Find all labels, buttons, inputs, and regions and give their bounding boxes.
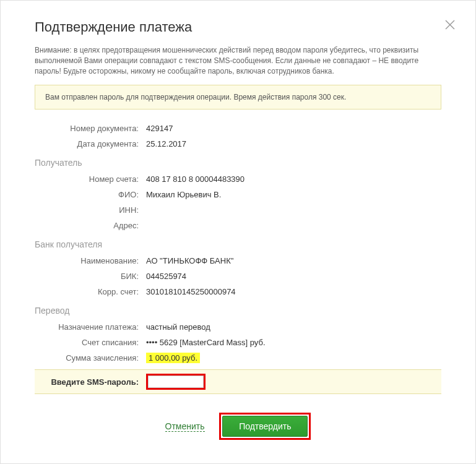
sms-password-input[interactable] <box>148 376 204 388</box>
transfer-amount-label: Сумма зачисления: <box>35 353 146 363</box>
transfer-purpose-label: Назначение платежа: <box>35 322 146 332</box>
transfer-section-title: Перевод <box>35 306 441 316</box>
recipient-address-label: Адрес: <box>35 221 146 230</box>
bank-name-value: АО "ТИНЬКОФФ БАНК" <box>146 256 233 265</box>
doc-date-label: Дата документа: <box>35 139 146 148</box>
recipient-fio-label: ФИО: <box>35 190 146 199</box>
recipient-fio-value: Михаил Юрьевич В. <box>146 190 221 199</box>
recipient-account-label: Номер счета: <box>35 174 146 184</box>
bank-bik-value: 044525974 <box>146 272 186 281</box>
close-icon[interactable] <box>444 19 457 32</box>
transfer-debit-label: Счет списания: <box>35 338 146 347</box>
bank-section-title: Банк получателя <box>35 239 441 249</box>
recipient-inn-label: ИНН: <box>35 205 146 215</box>
confirm-button[interactable]: Подтвердить <box>222 416 308 437</box>
bank-bik-label: БИК: <box>35 272 146 281</box>
transfer-purpose-value: частный перевод <box>146 322 210 332</box>
bank-corr-value: 30101810145250000974 <box>146 287 236 296</box>
cancel-button[interactable]: Отменить <box>165 421 205 432</box>
recipient-section-title: Получатель <box>35 158 441 168</box>
fraud-warning-text: Внимание: в целях предотвращения мошенни… <box>35 45 441 76</box>
transfer-amount-value: 1 000,00 руб. <box>146 353 200 363</box>
doc-date-value: 25.12.2017 <box>146 139 186 148</box>
doc-number-value: 429147 <box>146 124 173 133</box>
page-title: Подтверждение платежа <box>35 19 441 35</box>
doc-number-label: Номер документа: <box>35 124 146 133</box>
bank-corr-label: Корр. счет: <box>35 287 146 296</box>
bank-name-label: Наименование: <box>35 256 146 265</box>
transfer-debit-value: •••• 5629 [MasterCard Mass] руб. <box>146 338 266 347</box>
sms-sent-notice: Вам отправлен пароль для подтверждения о… <box>35 85 441 110</box>
recipient-account-value: 408 17 810 8 00004483390 <box>146 174 244 184</box>
sms-password-label: Введите SMS-пароль: <box>35 377 146 387</box>
